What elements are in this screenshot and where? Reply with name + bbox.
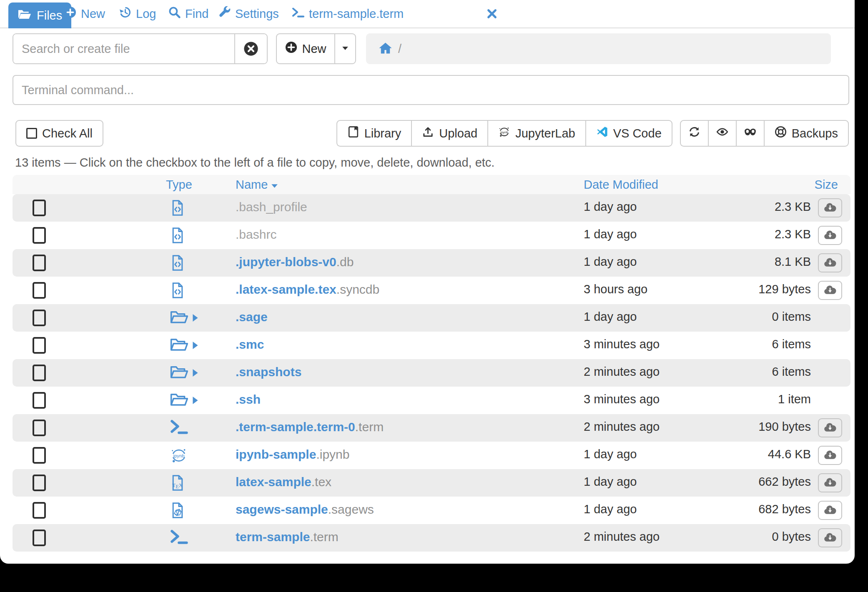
download-button[interactable] bbox=[818, 501, 842, 520]
file-name[interactable]: sagews-sample.sagews bbox=[236, 502, 374, 517]
download-button[interactable] bbox=[818, 418, 842, 437]
cloud-download-icon bbox=[823, 230, 837, 241]
table-row: .snapshots2 minutes ago6 items bbox=[13, 359, 850, 387]
file-name[interactable]: .term-sample.term-0.term bbox=[236, 420, 384, 434]
row-checkbox[interactable] bbox=[33, 502, 46, 519]
clear-search-icon[interactable] bbox=[234, 34, 267, 63]
row-checkbox[interactable] bbox=[33, 282, 46, 299]
new-button[interactable]: New bbox=[277, 34, 334, 63]
table-row: ipynbipynb-sample.ipynb1 day ago44.6 KB bbox=[13, 442, 850, 469]
column-header-date-modified: Date Modified bbox=[584, 178, 658, 192]
tab-new[interactable]: New bbox=[64, 0, 105, 27]
download-button[interactable] bbox=[818, 253, 842, 272]
column-header-name[interactable]: Name bbox=[236, 178, 278, 192]
jupyter-icon: ipynb bbox=[498, 126, 510, 141]
file-name[interactable]: ipynb-sample.ipynb bbox=[236, 447, 349, 462]
file-name[interactable]: .bashrc bbox=[236, 227, 276, 242]
file-controls-row: New / bbox=[0, 33, 855, 64]
search-group bbox=[13, 33, 268, 64]
file-size: 8.1 KB bbox=[775, 255, 811, 269]
new-dropdown-toggle[interactable] bbox=[334, 34, 355, 63]
checkbox-outline-icon bbox=[26, 128, 37, 139]
date-modified: 1 day ago bbox=[584, 475, 637, 489]
row-checkbox[interactable] bbox=[33, 447, 46, 464]
download-button[interactable] bbox=[818, 528, 842, 547]
terminal-command-input[interactable] bbox=[13, 75, 849, 105]
refresh-button[interactable] bbox=[680, 120, 708, 147]
tab-settings[interactable]: Settings bbox=[218, 0, 279, 27]
breadcrumb: / bbox=[366, 33, 831, 64]
row-checkbox[interactable] bbox=[33, 475, 46, 491]
file-name[interactable]: .jupyter-blobs-v0.db bbox=[236, 255, 354, 269]
vscode-label: VS Code bbox=[613, 127, 662, 140]
upload-button[interactable]: Upload bbox=[411, 120, 487, 147]
check-all-button[interactable]: Check All bbox=[15, 120, 103, 147]
vscode-button[interactable]: VS Code bbox=[585, 120, 672, 147]
show-masked-button[interactable] bbox=[736, 120, 764, 147]
folder-open-icon bbox=[170, 309, 188, 326]
tab-find[interactable]: Find bbox=[168, 0, 208, 27]
cloud-download-icon bbox=[823, 202, 837, 214]
file-size: 1 item bbox=[778, 392, 811, 406]
code-file-icon bbox=[170, 282, 185, 301]
file-name[interactable]: term-sample.term bbox=[236, 530, 339, 544]
backups-button[interactable]: Backups bbox=[764, 120, 849, 147]
row-checkbox[interactable] bbox=[33, 255, 46, 271]
row-checkbox[interactable] bbox=[33, 227, 46, 244]
tab-files-label: Files bbox=[37, 9, 62, 22]
plus-circle-icon bbox=[64, 6, 77, 22]
row-checkbox[interactable] bbox=[33, 392, 46, 409]
file-size: 6 items bbox=[772, 337, 811, 351]
file-size: 6 items bbox=[772, 365, 811, 379]
show-hidden-eye-button[interactable] bbox=[708, 120, 736, 147]
toolbar: Check All Library Upload bbox=[0, 120, 855, 147]
table-row: .ssh3 minutes ago1 item bbox=[13, 387, 850, 414]
cloud-download-icon bbox=[823, 422, 837, 434]
row-checkbox[interactable] bbox=[33, 200, 46, 216]
apps-button-group: Library Upload ipynb JupyterLab bbox=[336, 120, 672, 147]
date-modified: 1 day ago bbox=[584, 447, 637, 461]
tex-file-icon: TEX bbox=[170, 474, 185, 493]
tab-log[interactable]: Log bbox=[119, 0, 156, 27]
row-checkbox[interactable] bbox=[33, 365, 46, 381]
jupyterlab-button[interactable]: ipynb JupyterLab bbox=[487, 120, 585, 147]
file-name[interactable]: .snapshots bbox=[236, 365, 301, 379]
date-modified: 3 minutes ago bbox=[584, 392, 660, 406]
toolbar-right: Library Upload ipynb JupyterLab bbox=[336, 120, 849, 147]
upload-label: Upload bbox=[439, 127, 477, 140]
table-row: .bashrc1 day ago2.3 KB bbox=[13, 222, 850, 249]
download-button[interactable] bbox=[818, 226, 842, 245]
file-name[interactable]: latex-sample.tex bbox=[236, 475, 331, 489]
file-name[interactable]: .sage bbox=[236, 310, 268, 324]
folder-open-icon bbox=[18, 8, 32, 23]
close-tab-icon[interactable] bbox=[486, 8, 498, 20]
file-name[interactable]: .bash_profile bbox=[236, 200, 307, 214]
file-name[interactable]: .smc bbox=[236, 337, 264, 352]
file-name[interactable]: .latex-sample.tex.syncdb bbox=[236, 282, 379, 297]
download-button[interactable] bbox=[818, 473, 842, 492]
library-button[interactable]: Library bbox=[336, 120, 411, 147]
search-icon bbox=[168, 6, 181, 22]
search-input[interactable] bbox=[13, 34, 234, 63]
download-button[interactable] bbox=[818, 198, 842, 217]
tab-open-file[interactable]: term-sample.term bbox=[292, 0, 404, 27]
row-checkbox[interactable] bbox=[33, 420, 46, 436]
row-checkbox[interactable] bbox=[33, 337, 46, 354]
tab-find-label: Find bbox=[185, 7, 208, 21]
download-button[interactable] bbox=[818, 446, 842, 465]
home-icon[interactable] bbox=[379, 42, 392, 56]
cloud-download-icon bbox=[823, 505, 837, 516]
table-row: sagews-sample.sagews1 day ago682 bytes bbox=[13, 497, 850, 524]
file-name[interactable]: .ssh bbox=[236, 392, 261, 407]
jupyter-icon: ipynb bbox=[170, 447, 188, 466]
download-button[interactable] bbox=[818, 281, 842, 300]
row-checkbox[interactable] bbox=[33, 310, 46, 326]
file-table-body: .bash_profile1 day ago2.3 KB.bashrc1 day… bbox=[13, 194, 850, 552]
view-button-group: Backups bbox=[680, 120, 849, 147]
svg-text:TEX: TEX bbox=[172, 482, 183, 490]
tab-files[interactable]: Files bbox=[8, 2, 71, 28]
sage-file-icon bbox=[170, 502, 185, 521]
terminal-icon bbox=[170, 529, 188, 546]
row-checkbox[interactable] bbox=[33, 530, 46, 546]
cloud-download-icon bbox=[823, 285, 837, 296]
